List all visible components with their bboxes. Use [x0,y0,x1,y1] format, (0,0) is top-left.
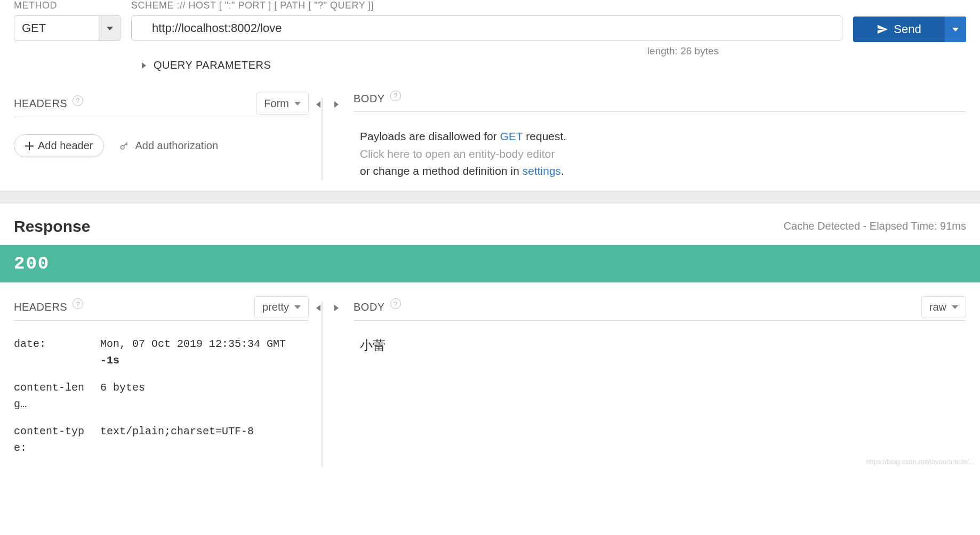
query-params-row: QUERY PARAMETERS [14,59,966,71]
add-authorization-label: Add authorization [135,140,218,152]
add-header-button[interactable]: Add header [14,134,104,157]
headers-mode-value: Form [264,98,289,110]
collapse-right-arrow[interactable] [332,304,341,312]
method-field: METHOD GET [14,0,121,41]
settings-link[interactable]: settings [523,165,561,177]
response-headers-list: date: Mon, 07 Oct 2019 12:35:34 GMT -1s … [14,336,309,456]
body-msg-period: . [561,165,564,177]
open-body-editor-link[interactable]: Click here to open an entity-body editor [360,145,966,163]
resp-body-mode-value: raw [929,301,946,313]
caret-down-icon [294,305,301,309]
response-headers-title-wrap: HEADERS ? [14,301,83,313]
header-val-suffix: -1s [100,352,309,369]
body-msg-orchange: or change a method definition in [360,165,523,177]
header-val: 6 bytes [100,379,309,412]
collapse-left-arrow[interactable] [314,100,323,109]
method-label: METHOD [14,0,121,11]
body-msg-suffix: request. [523,130,566,142]
send-button-main[interactable]: Send [853,17,945,42]
caret-down-icon [952,28,959,31]
request-section: METHOD GET SCHEME :// HOST [ ":" PORT ] … [0,0,980,191]
header-val: Mon, 07 Oct 2019 12:35:34 GMT -1s [100,336,309,369]
add-authorization-button[interactable]: Add authorization [119,140,218,152]
help-icon[interactable]: ? [73,95,83,106]
response-title: Response [14,217,90,236]
chevron-right-icon [334,101,339,108]
response-headers-col: HEADERS ? pretty date: Mon, 07 Oct 2019 … [14,296,322,467]
resp-headers-mode-select[interactable]: pretty [254,296,309,318]
response-meta: Cache Detected - Elapsed Time: 91ms [784,220,966,232]
caret-down-icon [107,27,113,30]
response-status-bar: 200 [0,245,980,282]
help-icon[interactable]: ? [73,298,83,309]
query-params-label: QUERY PARAMETERS [154,59,271,71]
resp-body-mode-select[interactable]: raw [921,296,966,318]
url-input[interactable] [131,15,842,41]
response-body-col: BODY ? raw 小蕾 [323,296,966,467]
response-columns: HEADERS ? pretty date: Mon, 07 Oct 2019 … [0,282,980,467]
add-header-label: Add header [38,140,93,152]
resp-headers-mode-value: pretty [262,301,289,313]
response-status-code: 200 [14,254,50,274]
header-row: content-type: text/plain;charset=UTF-8 [14,423,309,456]
method-value: GET [14,16,99,40]
caret-down-icon [294,102,301,106]
header-row: date: Mon, 07 Oct 2019 12:35:34 GMT -1s [14,336,309,369]
chevron-left-icon [316,101,320,108]
watermark: https://blog.csdn.net/lovoo/article/... [866,458,975,466]
method-caret-button[interactable] [99,16,120,40]
body-disallowed-message: Payloads are disallowed for GET request.… [354,128,966,180]
response-body-title-wrap: BODY ? [354,301,401,313]
header-actions: Add header Add authorization [14,134,309,157]
request-body-col: BODY ? Payloads are disallowed for GET r… [323,93,966,180]
method-select[interactable]: GET [14,15,121,41]
url-label: SCHEME :// HOST [ ":" PORT ] [ PATH [ "?… [131,0,842,11]
response-section: Response Cache Detected - Elapsed Time: … [0,204,980,467]
svg-point-0 [121,145,125,149]
response-headers-title: HEADERS [14,301,67,313]
request-body-title-wrap: BODY ? [354,93,401,105]
response-body-header: BODY ? raw [354,296,966,321]
body-msg-prefix: Payloads are disallowed for [360,130,500,142]
request-body-title: BODY [354,93,385,105]
send-button-split[interactable] [945,17,966,42]
collapse-left-arrow[interactable] [314,304,323,312]
request-columns: HEADERS ? Form Add header Add authorizat… [14,93,966,180]
key-icon [119,141,130,151]
body-msg-method-link[interactable]: GET [500,130,523,142]
help-icon[interactable]: ? [390,298,401,309]
response-header: Response Cache Detected - Elapsed Time: … [0,204,980,245]
request-top-row: METHOD GET SCHEME :// HOST [ ":" PORT ] … [14,0,966,57]
section-separator [0,191,980,204]
header-row: content-leng… 6 bytes [14,379,309,412]
request-headers-title: HEADERS [14,98,67,110]
response-headers-header: HEADERS ? pretty [14,296,309,321]
request-headers-col: HEADERS ? Form Add header Add authorizat… [14,93,322,180]
request-headers-header: HEADERS ? Form [14,93,309,117]
response-body-title: BODY [354,301,385,313]
query-params-toggle[interactable]: QUERY PARAMETERS [142,59,271,71]
chevron-left-icon [316,305,320,311]
send-field: Send [853,0,966,42]
send-icon [877,23,888,35]
collapse-right-arrow[interactable] [332,100,341,109]
plus-icon [25,142,34,150]
help-icon[interactable]: ? [390,91,401,101]
request-headers-title-wrap: HEADERS ? [14,98,83,110]
chevron-right-icon [142,62,146,69]
chevron-right-icon [334,305,339,311]
header-key: date: [14,336,95,369]
send-button[interactable]: Send [853,17,966,42]
url-field: SCHEME :// HOST [ ":" PORT ] [ PATH [ "?… [131,0,842,57]
header-key: content-leng… [14,379,95,412]
caret-down-icon [952,305,958,309]
headers-mode-select[interactable]: Form [256,93,309,115]
response-body-content: 小蕾 [354,337,966,354]
send-button-label: Send [894,22,921,36]
header-key: content-type: [14,423,95,456]
header-val: text/plain;charset=UTF-8 [100,423,309,456]
url-length-info: length: 26 bytes [131,45,842,57]
